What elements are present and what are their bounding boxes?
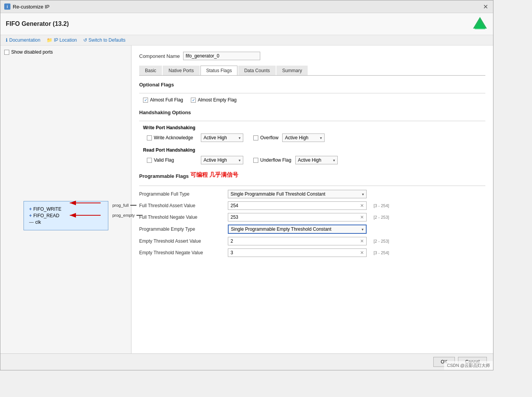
diagram-area: + FIFO_WRITE + FIFO_READ — clk xyxy=(4,59,127,350)
empty-assert-value: 2 xyxy=(231,238,233,244)
overflow-dropdown[interactable]: Active High ▾ xyxy=(282,133,325,142)
tab-summary[interactable]: Summary xyxy=(276,66,308,75)
handshaking-section: Handshaking Options Write Port Handshaki… xyxy=(139,110,485,164)
write-ack-row: Write Acknowledge xyxy=(147,135,197,140)
optional-flags-section: Optional Flags ✓ Almost Full Flag ✓ Almo… xyxy=(139,82,485,103)
full-assert-value: 254 xyxy=(231,203,238,208)
full-type-value: Single Programmable Full Threshold Const… xyxy=(231,191,325,197)
full-negate-row: Full Threshold Negate Value 253 ✕ [2 - 2… xyxy=(139,213,485,221)
optional-flags-content: ✓ Almost Full Flag ✓ Almost Empty Flag xyxy=(143,97,485,103)
empty-assert-label: Empty Threshold Assert Value xyxy=(139,238,224,244)
full-type-arrow: ▾ xyxy=(362,192,364,196)
empty-negate-clear[interactable]: ✕ xyxy=(360,250,364,255)
clk-dash: — xyxy=(29,220,34,225)
component-name-input[interactable] xyxy=(183,52,260,60)
show-disabled-checkbox[interactable] xyxy=(4,50,9,55)
empty-negate-input[interactable]: 3 ✕ xyxy=(228,248,367,257)
component-name-row: Component Name xyxy=(139,52,485,60)
prog-flags-title: Programmable Flags xyxy=(139,173,189,181)
prog-flag-note: 可编程 几乎满信号 xyxy=(190,171,238,179)
show-disabled-row: Show disabled ports xyxy=(4,49,127,55)
full-assert-range: [3 - 254] xyxy=(374,203,389,208)
xilinx-logo xyxy=(472,16,488,32)
fifo-write-label: FIFO_WRITE xyxy=(34,206,62,212)
underflow-polarity: Active High xyxy=(298,157,322,163)
toolbar: ℹ Documentation 📁 IP Location ↺ Switch t… xyxy=(0,35,493,46)
switch-defaults-link[interactable]: ↺ Switch to Defaults xyxy=(83,37,126,43)
prog-flags-header: Programmable Flags 可编程 几乎满信号 xyxy=(139,171,485,182)
empty-assert-clear[interactable]: ✕ xyxy=(360,238,364,244)
full-negate-range: [2 - 253] xyxy=(374,215,389,220)
tabs: Basic Native Ports Status Flags Data Cou… xyxy=(139,66,485,76)
fifo-read-plus: + xyxy=(29,213,32,218)
write-ack-dropdown-arrow: ▾ xyxy=(239,136,241,140)
overflow-checkbox[interactable] xyxy=(253,135,258,140)
close-button[interactable]: ✕ xyxy=(481,3,489,10)
footer: OK Cancel xyxy=(0,353,493,370)
arrows-svg xyxy=(66,199,143,230)
refresh-icon: ↺ xyxy=(83,37,87,43)
underflow-dropdown[interactable]: Active High ▾ xyxy=(295,156,338,164)
valid-polarity: Active High xyxy=(204,157,227,163)
empty-negate-row: Empty Threshold Negate Value 3 ✕ [3 - 25… xyxy=(139,248,485,257)
window-icon: i xyxy=(4,3,10,10)
valid-dropdown-arrow: ▾ xyxy=(239,158,241,162)
watermark: CSDN @云影点灯大师 xyxy=(444,361,493,370)
info-icon: ℹ xyxy=(6,37,8,43)
empty-assert-input[interactable]: 2 ✕ xyxy=(228,237,367,245)
ip-location-link[interactable]: 📁 IP Location xyxy=(47,37,77,43)
empty-type-arrow: ▾ xyxy=(362,227,364,231)
optional-flags-divider xyxy=(139,93,485,93)
main-window: i Re-customize IP ✕ FIFO Generator (13.2… xyxy=(0,0,493,370)
documentation-link[interactable]: ℹ Documentation xyxy=(6,37,40,43)
overflow-label: Overflow xyxy=(260,135,278,140)
valid-flag-checkbox[interactable] xyxy=(147,158,152,163)
write-ack-polarity: Active High xyxy=(204,135,227,140)
title-bar: i Re-customize IP ✕ xyxy=(0,0,493,13)
almost-full-checkbox[interactable]: ✓ xyxy=(143,98,148,103)
full-type-row: Programmable Full Type Single Programmab… xyxy=(139,190,485,198)
fifo-diagram: + FIFO_WRITE + FIFO_READ — clk xyxy=(24,201,108,230)
empty-negate-label: Empty Threshold Negate Value xyxy=(139,250,224,255)
valid-flag-dropdown[interactable]: Active High ▾ xyxy=(201,156,243,164)
full-assert-clear[interactable]: ✕ xyxy=(360,203,364,208)
valid-flag-label: Valid Flag xyxy=(154,157,174,163)
write-handshake-row: Write Acknowledge Active High ▾ Overflow… xyxy=(147,133,485,142)
almost-empty-checkbox[interactable]: ✓ xyxy=(191,98,196,103)
write-ack-dropdown[interactable]: Active High ▾ xyxy=(201,133,243,142)
full-negate-input[interactable]: 253 ✕ xyxy=(228,213,367,221)
underflow-checkbox[interactable] xyxy=(253,158,258,163)
full-negate-value: 253 xyxy=(231,215,238,220)
full-negate-label: Full Threshold Negate Value xyxy=(139,215,224,220)
empty-negate-range: [3 - 254] xyxy=(374,250,389,255)
header: FIFO Generator (13.2) xyxy=(0,13,493,35)
write-ack-checkbox[interactable] xyxy=(147,135,152,140)
empty-type-dropdown[interactable]: Single Programmable Empty Threshold Cons… xyxy=(228,225,367,234)
full-negate-clear[interactable]: ✕ xyxy=(360,215,364,220)
overflow-row: Overflow xyxy=(253,135,278,140)
tab-data-counts[interactable]: Data Counts xyxy=(238,66,276,75)
almost-full-row[interactable]: ✓ Almost Full Flag xyxy=(143,97,183,103)
full-type-label: Programmable Full Type xyxy=(139,191,224,197)
window-title: Re-customize IP xyxy=(13,4,49,10)
right-panel: Component Name Basic Native Ports Status… xyxy=(131,46,493,353)
ip-location-label: IP Location xyxy=(54,37,77,43)
title-bar-left: i Re-customize IP xyxy=(4,3,49,10)
full-assert-input[interactable]: 254 ✕ xyxy=(228,201,367,210)
tab-basic[interactable]: Basic xyxy=(139,66,162,75)
overflow-polarity: Active High xyxy=(285,135,308,140)
almost-full-label: Almost Full Flag xyxy=(150,97,183,103)
fifo-read-label: FIFO_READ xyxy=(34,213,59,218)
clk-label: clk xyxy=(35,220,41,225)
prog-flags-divider xyxy=(139,186,485,186)
underflow-row: Underflow Flag xyxy=(253,157,291,163)
documentation-label: Documentation xyxy=(9,37,40,43)
location-icon: 📁 xyxy=(47,37,52,43)
almost-empty-row[interactable]: ✓ Almost Empty Flag xyxy=(191,97,237,103)
write-ack-label: Write Acknowledge xyxy=(154,135,193,140)
programmable-flags-section: Programmable Flags 可编程 几乎满信号 Programmabl… xyxy=(139,171,485,257)
empty-type-value: Single Programmable Empty Threshold Cons… xyxy=(231,226,332,232)
tab-native-ports[interactable]: Native Ports xyxy=(163,66,199,75)
tab-status-flags[interactable]: Status Flags xyxy=(200,66,238,75)
full-type-dropdown[interactable]: Single Programmable Full Threshold Const… xyxy=(228,190,367,198)
